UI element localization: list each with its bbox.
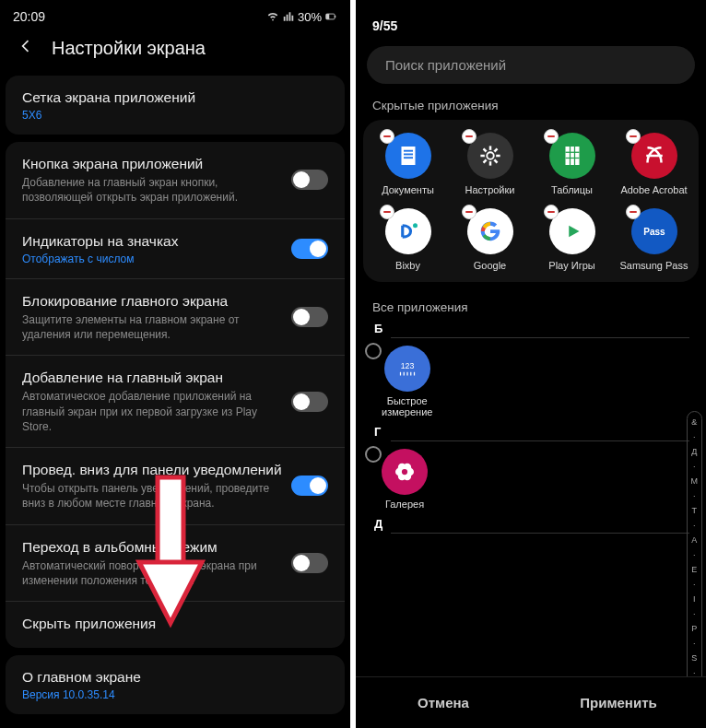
svg-rect-8 bbox=[404, 154, 413, 156]
index-letter[interactable]: М bbox=[691, 476, 699, 486]
app-label: Bixby bbox=[395, 260, 420, 271]
row-title: Индикаторы на значках bbox=[22, 232, 328, 251]
index-letter[interactable]: · bbox=[693, 639, 696, 648]
remove-badge-icon[interactable] bbox=[380, 205, 394, 219]
app-item[interactable]: Play Игры bbox=[533, 208, 611, 271]
svg-rect-7 bbox=[404, 150, 413, 152]
index-letter[interactable]: · bbox=[693, 580, 696, 589]
settings-group: Кнопка экрана приложенийДобавление на гл… bbox=[6, 142, 345, 648]
app-icon: 123 bbox=[384, 346, 430, 392]
svg-point-0 bbox=[272, 19, 274, 21]
row-title: Сетка экрана приложений bbox=[22, 88, 328, 107]
app-label: Быстроеизмерение bbox=[382, 395, 432, 417]
row-title: Провед. вниз для панели уведомлений bbox=[22, 461, 328, 479]
remove-badge-icon[interactable] bbox=[462, 129, 477, 144]
index-letter[interactable]: · bbox=[693, 462, 696, 471]
index-letter[interactable]: Д bbox=[691, 447, 697, 456]
row-title: О главном экране bbox=[22, 668, 328, 687]
index-letter[interactable]: А bbox=[691, 535, 697, 545]
index-letter[interactable]: · bbox=[693, 521, 696, 530]
toggle-switch[interactable] bbox=[291, 239, 328, 259]
settings-row[interactable]: Провед. вниз для панели уведомленийЧтобы… bbox=[6, 448, 345, 525]
index-letter[interactable]: · bbox=[693, 432, 696, 441]
index-letter[interactable]: Т bbox=[692, 506, 698, 515]
row-subtitle: Отображать с числом bbox=[22, 252, 328, 265]
apply-button[interactable]: Применить bbox=[531, 677, 706, 728]
row-title: Переход в альбомный режим bbox=[22, 538, 328, 557]
app-picker-screen: 9/55 Поиск приложений Скрытые приложения… bbox=[356, 0, 706, 728]
row-title: Добавление на главный экран bbox=[22, 369, 328, 387]
remove-badge-icon[interactable] bbox=[380, 129, 394, 144]
svg-rect-2 bbox=[326, 14, 330, 19]
svg-point-26 bbox=[396, 220, 419, 243]
app-label: Google bbox=[474, 260, 506, 271]
remove-badge-icon[interactable] bbox=[626, 129, 641, 144]
letter-header: Г bbox=[356, 423, 706, 439]
row-desc: Автоматическое добавление приложений на … bbox=[22, 389, 328, 434]
app-item[interactable]: Настройки bbox=[451, 133, 529, 195]
search-input[interactable]: Поиск приложений bbox=[367, 46, 695, 84]
status-time: 20:09 bbox=[13, 9, 45, 24]
settings-row[interactable]: Переход в альбомный режимАвтоматический … bbox=[6, 525, 345, 603]
back-icon[interactable] bbox=[17, 37, 35, 59]
settings-row[interactable]: Сетка экрана приложений5X6 bbox=[6, 76, 345, 135]
app-label: Галерея bbox=[385, 499, 424, 510]
cancel-button[interactable]: Отмена bbox=[356, 677, 531, 728]
app-label: Play Игры bbox=[548, 260, 594, 271]
all-apps-label: Все приложения bbox=[356, 297, 706, 320]
toggle-switch[interactable] bbox=[291, 476, 328, 496]
row-desc: Автоматический поворот главного экрана п… bbox=[22, 558, 328, 588]
toggle-switch[interactable] bbox=[291, 307, 328, 327]
select-ring-icon[interactable] bbox=[365, 446, 382, 463]
app-item[interactable]: Bixby bbox=[369, 208, 447, 271]
select-ring-icon[interactable] bbox=[365, 343, 382, 359]
toggle-switch[interactable] bbox=[291, 392, 328, 412]
settings-row[interactable]: Добавление на главный экранАвтоматическо… bbox=[6, 356, 345, 448]
settings-row[interactable]: Скрыть приложения bbox=[6, 602, 345, 648]
remove-badge-icon[interactable] bbox=[462, 205, 477, 219]
app-item[interactable]: Pass Samsung Pass bbox=[615, 208, 693, 271]
status-right: 30% bbox=[266, 10, 337, 24]
settings-row[interactable]: О главном экранеВерсия 10.0.35.14 bbox=[6, 655, 345, 714]
index-letter[interactable]: · bbox=[693, 550, 696, 559]
row-subtitle: Версия 10.0.35.14 bbox=[22, 688, 328, 701]
settings-row[interactable]: Кнопка экрана приложенийДобавление на гл… bbox=[6, 142, 345, 219]
app-item[interactable]: Google bbox=[451, 208, 529, 271]
settings-row[interactable]: Индикаторы на значкахОтображать с числом bbox=[6, 219, 345, 279]
footer-bar: Отмена Применить bbox=[356, 676, 706, 728]
index-letter[interactable]: & bbox=[691, 417, 697, 427]
svg-rect-9 bbox=[404, 157, 413, 159]
settings-row[interactable]: Блокирование главного экранаЗащитите эле… bbox=[6, 279, 345, 357]
remove-badge-icon[interactable] bbox=[544, 129, 559, 144]
app-label: Таблицы bbox=[551, 184, 593, 195]
remove-badge-icon[interactable] bbox=[626, 205, 641, 219]
app-item[interactable]: Документы bbox=[369, 133, 447, 195]
row-desc: Чтобы открыть панель уведомлений, провед… bbox=[22, 481, 328, 511]
index-letter[interactable]: S bbox=[691, 653, 697, 663]
index-letter[interactable]: · bbox=[693, 609, 696, 618]
svg-text:Pass: Pass bbox=[643, 227, 665, 237]
toggle-switch[interactable] bbox=[291, 553, 328, 573]
index-letter[interactable]: I bbox=[693, 594, 696, 604]
app-item[interactable]: Галерея bbox=[356, 443, 706, 515]
status-bar: 20:09 30% bbox=[0, 0, 350, 28]
app-item[interactable]: Adobe Acrobat bbox=[615, 133, 693, 195]
row-title: Скрыть приложения bbox=[22, 615, 328, 633]
hidden-apps-grid: Документы Настройки Таблицы Adobe Acroba… bbox=[363, 120, 699, 282]
index-letter[interactable]: · bbox=[693, 491, 696, 500]
app-label: Samsung Pass bbox=[620, 260, 688, 271]
row-desc: Добавление на главный экран кнопки, позв… bbox=[22, 175, 328, 205]
settings-header: Настройки экрана bbox=[0, 28, 350, 76]
app-item[interactable]: 123 Быстроеизмерение bbox=[356, 340, 706, 423]
app-icon bbox=[382, 449, 428, 495]
row-desc: Защитите элементы на главном экране от у… bbox=[22, 312, 328, 342]
toggle-switch[interactable] bbox=[291, 170, 328, 190]
app-item[interactable]: Таблицы bbox=[533, 133, 611, 195]
svg-point-44 bbox=[402, 469, 407, 475]
letter-header: Д bbox=[356, 515, 706, 531]
remove-badge-icon[interactable] bbox=[544, 205, 559, 219]
index-letter[interactable]: Е bbox=[691, 565, 697, 574]
index-letter[interactable]: P bbox=[691, 624, 697, 633]
svg-text:123: 123 bbox=[400, 361, 414, 370]
row-title: Блокирование главного экрана bbox=[22, 292, 328, 311]
